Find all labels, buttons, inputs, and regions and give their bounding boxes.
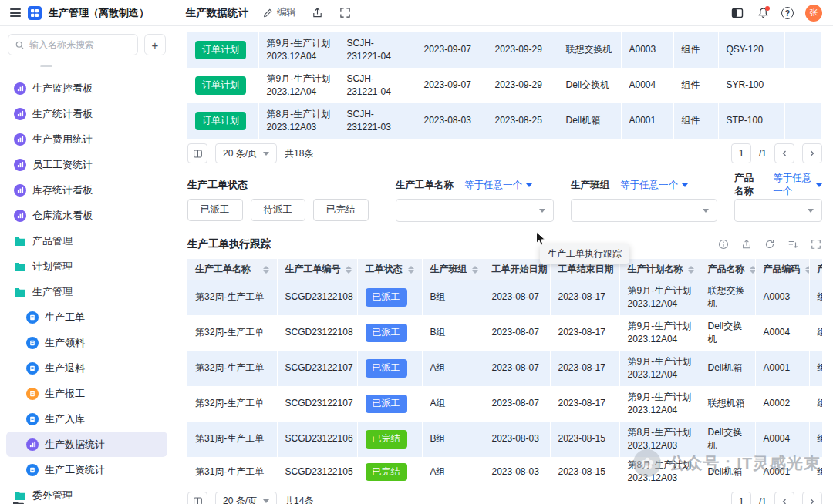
sidebar-item-production-material-pick[interactable]: 生产领料 [6,330,167,355]
table-row[interactable]: 第32周-生产工单 SCGD23122107 已派工 A组 2023-08-07… [187,351,822,386]
header-row: 生产工单名称 生产工单编号 工单状态 生产班组 工单开始日期 工单结束日期 生产… [187,259,822,280]
fullscreen-icon[interactable] [338,6,352,20]
sidebar-item-production-work-report[interactable]: 生产报工 [6,381,167,406]
sidebar-item-label: 生产费用统计 [32,133,93,146]
cell-product-code: A0001 [755,457,809,487]
refresh-icon[interactable] [764,238,776,250]
sort-icon[interactable] [403,266,414,274]
sidebar-item-warehouse-flow-board[interactable]: 仓库流水看板 [6,203,167,228]
column-header-order-name[interactable]: 生产工单名称 [187,259,277,280]
prev-page-button[interactable] [774,492,794,504]
help-icon[interactable]: ? [781,7,794,19]
sort-icon[interactable] [683,266,694,274]
sidebar-item-production-stats-board[interactable]: 生产统计看板 [6,101,167,126]
cell-end-date: 2023-08-25 [487,103,558,139]
column-header-plan-name[interactable]: 生产计划名称 [619,259,700,280]
sidebar-search[interactable] [8,34,138,55]
prev-page-button[interactable] [774,143,794,163]
app-title: 生产管理（离散制造） [49,6,149,20]
cell-end-date: 2023-08-17 [550,351,619,386]
sidebar-folder-production-management[interactable]: 生产管理 [6,279,167,304]
column-header-product-type[interactable]: 产品类型 [809,259,822,280]
column-settings-icon[interactable] [187,492,207,504]
filter-operator-dropdown[interactable]: 等于任意一个 [773,172,822,198]
sidebar-item-production-monitor-board[interactable]: 生产监控看板 [6,76,167,101]
sort-icon[interactable] [341,266,352,274]
column-header-product-name[interactable]: 产品名称 [700,259,755,280]
status-filter-pending-button[interactable]: 待派工 [251,199,306,221]
current-page[interactable]: 1 [731,143,751,163]
sidebar-item-production-work-order[interactable]: 生产工单 [6,304,167,330]
table-row[interactable]: 订单计划 第8月-生产计划 2023.12A03 SCJH-231221-03 … [187,103,822,139]
column-header-order-code[interactable]: 生产工单编号 [277,259,357,280]
sort-icon[interactable] [467,266,478,274]
table-row[interactable]: 第31周-生产工单 SCGD23122106 已完结 B组 2023-08-03… [187,422,822,457]
sort-settings-icon[interactable] [787,238,799,250]
edit-button[interactable]: 编辑 [262,6,296,19]
sidebar-item-production-salary-stats[interactable]: 生产工资统计 [6,457,167,482]
sidebar-item-production-inbound[interactable]: 生产入库 [6,406,167,432]
filter-value-select[interactable] [734,199,822,222]
chevron-down-icon [703,209,709,213]
cell-order-name: 第31周-生产工单 [187,422,277,457]
cell-type: 组件 [673,68,718,103]
sort-icon[interactable] [548,266,551,274]
next-page-button[interactable] [802,492,822,504]
sidebar-folder-plan-management[interactable]: 计划管理 [6,254,167,279]
sidebar-item-inventory-stats-board[interactable]: 库存统计看板 [6,177,167,203]
filter-operator-dropdown[interactable]: 等于任意一个 [620,179,688,192]
table-row[interactable]: 第31周-生产工单 SCGD23122105 已完结 A组 2023-08-03… [187,457,822,487]
cell-product-code: A0001 [621,103,673,139]
table-row[interactable]: 第32周-生产工单 SCGD23122108 已派工 B组 2023-08-07… [187,315,822,351]
tooltip: 生产工单执行跟踪 [540,244,629,264]
status-filter-assigned-button[interactable]: 已派工 [187,199,243,221]
fullscreen-icon[interactable] [810,238,822,250]
sort-icon[interactable] [801,266,810,274]
next-page-button[interactable] [802,143,822,163]
table-row[interactable]: 第32周-生产工单 SCGD23122108 已派工 B组 2023-08-07… [187,280,822,315]
export-icon[interactable] [740,238,753,250]
partial-sidebar-item-icon[interactable] [12,500,25,504]
sidebar-item-employee-salary-stats[interactable]: 员工工资统计 [6,152,167,177]
column-header-product-code[interactable]: 产品编码 [755,259,809,280]
table-row[interactable]: 第32周-生产工单 SCGD23122107 已派工 A组 2023-08-07… [187,386,822,422]
status-filter-finished-button[interactable]: 已完结 [313,199,369,221]
hamburger-menu-icon[interactable] [10,6,21,18]
filter-value-select[interactable] [571,199,717,222]
cell-status: 已派工 [357,280,422,315]
sort-icon[interactable] [258,266,269,274]
table-row[interactable]: 订单计划 第9月-生产计划 2023.12A04 SCJH-231221-04 … [187,68,822,103]
page-size-select[interactable]: 20 条/页 [215,492,277,504]
panel-toggle-icon[interactable] [730,6,744,20]
sort-icon[interactable] [745,266,756,274]
sidebar-folder-product-management[interactable]: 产品管理 [6,228,167,254]
current-page[interactable]: 1 [731,492,751,504]
column-settings-icon[interactable] [187,143,207,163]
table-row[interactable]: 订单计划 第9月-生产计划 2023.12A04 SCJH-231221-04 … [187,32,822,68]
sidebar-folder-outsourcing-management[interactable]: 委外管理 [6,482,167,504]
filter-value-select[interactable] [396,199,554,222]
document-icon [26,362,39,375]
add-button[interactable]: + [144,34,166,55]
search-input[interactable] [29,39,131,50]
production-plan-table: 订单计划 第9月-生产计划 2023.12A04 SCJH-231221-04 … [187,32,822,139]
cell-product-code: A0004 [755,422,809,457]
user-avatar[interactable]: 张 [805,5,822,22]
page-size-select[interactable]: 20 条/页 [215,143,277,163]
folder-icon [14,490,26,501]
cell-status: 已派工 [357,386,422,422]
sort-icon[interactable] [614,266,620,274]
chevron-down-icon [263,499,269,503]
column-header-team[interactable]: 生产班组 [422,259,484,280]
info-icon[interactable] [717,238,730,250]
filter-operator-dropdown[interactable]: 等于任意一个 [464,179,532,192]
sidebar-item-production-cost-stats[interactable]: 生产费用统计 [6,126,167,152]
share-icon[interactable] [310,6,324,20]
sidebar-item-production-data-stats[interactable]: 生产数据统计 [6,432,167,457]
total-count: 共14条 [285,495,313,504]
notification-bell-icon[interactable] [756,6,770,20]
status-badge: 已派工 [366,395,407,412]
sidebar-item-production-material-return[interactable]: 生产退料 [6,355,167,381]
column-header-status[interactable]: 工单状态 [357,259,422,280]
cell-type: 组件 [809,315,822,351]
